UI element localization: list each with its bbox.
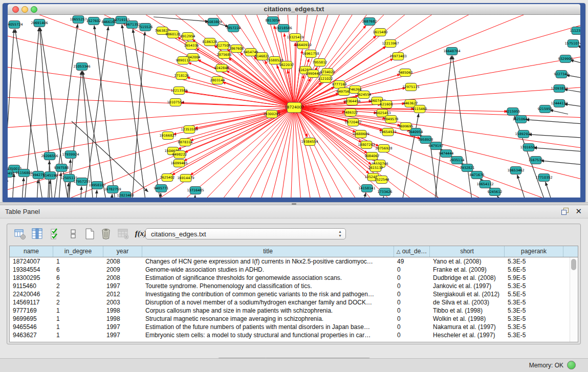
column-header-pagerank[interactable]: pagerank	[505, 246, 563, 257]
graph-node[interactable]: 3215955	[506, 108, 520, 116]
graph-node[interactable]: 15751074	[564, 40, 580, 48]
citation-edge[interactable]	[95, 190, 97, 198]
column-header-in_degree[interactable]: in_degree	[53, 246, 103, 257]
graph-node[interactable]: 8471676	[470, 171, 485, 179]
graph-node[interactable]: 9329906	[558, 55, 573, 63]
graph-node[interactable]: 7955812	[313, 59, 328, 67]
graph-node[interactable]: 1615480	[373, 29, 388, 36]
graph-node[interactable]: 7932821	[460, 164, 475, 172]
graph-node[interactable]: 2718126	[175, 72, 189, 80]
column-header-title[interactable]: title	[142, 246, 394, 257]
graph-node[interactable]: 10107554	[167, 99, 184, 106]
graph-node[interactable]: 2867608	[229, 45, 244, 53]
graph-node[interactable]: 9084067	[365, 152, 380, 160]
graph-node[interactable]: 18807293	[358, 141, 375, 149]
graph-node[interactable]: 12093832	[551, 85, 568, 93]
graph-node[interactable]: 12975115	[402, 83, 419, 91]
graph-node[interactable]: 12213586	[170, 87, 187, 95]
graph-node[interactable]: 16210643	[512, 116, 529, 123]
graph-node[interactable]: 9699695	[399, 123, 413, 130]
graph-node[interactable]: 16648784	[443, 48, 460, 55]
citation-edge[interactable]	[154, 17, 209, 21]
graph-node[interactable]: 9115460	[412, 105, 427, 113]
table-row[interactable]: 977716911998Corpus callosum shape and si…	[10, 307, 578, 315]
graph-node[interactable]: 9777169	[332, 81, 347, 89]
citation-edge[interactable]	[40, 28, 72, 198]
column-header-year[interactable]: year	[103, 246, 142, 257]
graph-node[interactable]: 17016504	[520, 144, 537, 151]
citation-edge[interactable]	[20, 178, 24, 198]
graph-node[interactable]: 9245612	[488, 188, 503, 196]
table-scrollbar-thumb[interactable]	[571, 259, 576, 270]
table-scrollbar[interactable]	[570, 257, 578, 342]
graph-node[interactable]: 16782759	[104, 186, 121, 193]
citation-edge[interactable]	[193, 195, 195, 198]
float-panel-icon[interactable]	[561, 208, 569, 215]
table-row[interactable]: 1872400712008Changes of HCN gene express…	[10, 257, 578, 266]
column-header-name[interactable]: name	[10, 246, 53, 257]
graph-node[interactable]: 20691406	[31, 19, 48, 27]
graph-node[interactable]: 1733426	[378, 188, 393, 196]
citation-edge[interactable]	[526, 120, 580, 124]
graph-node[interactable]: 7486322	[343, 109, 358, 117]
graph-node[interactable]: 24055724	[8, 21, 23, 29]
graph-node[interactable]: 7515526	[138, 24, 153, 31]
graph-node[interactable]: 9822037	[279, 61, 294, 69]
graph-node[interactable]: 17939924	[62, 151, 79, 159]
citation-edge[interactable]	[226, 71, 294, 107]
graph-node[interactable]: 9485771	[154, 185, 169, 192]
graph-node[interactable]: 13716485	[187, 187, 204, 194]
memory-status-indicator[interactable]	[567, 361, 576, 369]
graph-node[interactable]: 1615132	[368, 164, 383, 172]
citation-edge[interactable]	[540, 161, 580, 165]
citation-edge[interactable]	[110, 194, 112, 198]
graph-node[interactable]: 1121022	[318, 75, 333, 83]
graph-node[interactable]: 8813054	[266, 17, 280, 25]
graph-node[interactable]: 15892921	[515, 130, 532, 138]
graph-node[interactable]: 1145190	[43, 172, 58, 180]
graph-node[interactable]: 6479197	[429, 142, 444, 150]
graph-node[interactable]: 7485063	[398, 69, 413, 77]
graph-node[interactable]: 10655257	[70, 16, 86, 24]
column-header-out_degree[interactable]: △ out_de…	[394, 246, 430, 257]
citation-edge[interactable]	[528, 135, 580, 138]
graph-node[interactable]: 2803144	[210, 77, 225, 84]
graph-node[interactable]: 7625402	[160, 174, 175, 182]
graph-node[interactable]: 1167531	[529, 157, 543, 164]
graph-node[interactable]: 14158141	[358, 185, 375, 192]
citation-edge[interactable]	[377, 196, 384, 198]
graph-node[interactable]: 1990448	[306, 70, 321, 78]
graph-node[interactable]: 9860128	[166, 31, 181, 38]
close-panel-icon[interactable]: ✕	[575, 207, 582, 216]
graph-node[interactable]: 8878314	[178, 139, 193, 146]
graph-node[interactable]: 10653462	[507, 167, 524, 174]
table-row[interactable]: 2242004622012Investigating the contribut…	[10, 290, 578, 298]
delete-table-icon[interactable]	[99, 228, 113, 241]
column-header-short[interactable]: short	[430, 246, 505, 257]
graph-node[interactable]: 21053346	[73, 63, 90, 71]
graph-node[interactable]: 19166827	[159, 132, 176, 140]
graph-node[interactable]: 2687682	[362, 18, 377, 26]
graph-node[interactable]: 16961758	[302, 50, 319, 58]
table-row[interactable]: 1830029562008Estimation of significance …	[10, 274, 578, 282]
graph-node[interactable]: 7522544	[375, 176, 389, 184]
graph-node[interactable]: 20206556	[41, 152, 58, 160]
column-visibility-icon[interactable]	[31, 228, 44, 241]
row-select-icon[interactable]	[49, 228, 62, 241]
graph-node[interactable]: 16914479	[177, 174, 194, 182]
network-canvas[interactable]: 18724007 24055724 20691406 10655257 1527…	[8, 15, 580, 198]
table-row[interactable]: 1938455462009Genome-wide association stu…	[10, 266, 578, 274]
citation-edge[interactable]	[190, 107, 294, 176]
graph-node[interactable]: 19218586	[275, 25, 292, 32]
table-row[interactable]: 969969511998Structural magnetic resonanc…	[10, 315, 578, 323]
rows-icon[interactable]	[67, 228, 80, 241]
graph-node[interactable]: 9890112	[176, 57, 191, 64]
graph-node[interactable]: 2875685	[217, 51, 232, 59]
graph-node[interactable]: 621608	[380, 101, 393, 108]
graph-node[interactable]: 7849578	[384, 116, 399, 123]
graph-node[interactable]: 8912954	[181, 33, 195, 40]
new-table-icon[interactable]	[83, 228, 96, 241]
graph-node[interactable]: 1527602	[86, 17, 101, 25]
citation-edge[interactable]	[517, 175, 532, 198]
graph-node[interactable]: 8186328	[203, 38, 217, 46]
